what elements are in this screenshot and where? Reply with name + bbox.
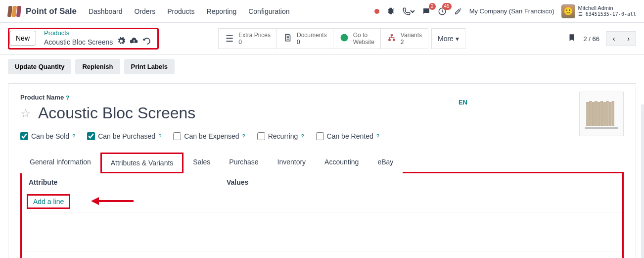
help-icon[interactable]: ? <box>66 95 69 101</box>
can-be-sold-checkbox[interactable]: Can be Sold? <box>20 132 75 140</box>
phone-icon[interactable] <box>402 7 415 16</box>
stat-value: 0 <box>238 39 271 46</box>
svg-rect-9 <box>598 102 600 126</box>
nav-menu: Dashboard Orders Products Reporting Conf… <box>89 7 290 15</box>
stat-extra-prices[interactable]: ☰ Extra Prices0 <box>218 28 277 50</box>
app-logo-icon[interactable] <box>8 6 21 17</box>
product-image[interactable] <box>579 92 624 136</box>
avatar: 🙂 <box>561 4 575 18</box>
db-name: 63451535-17-0-all <box>586 11 636 17</box>
col-values: Values <box>227 178 248 186</box>
tab-general-info[interactable]: General Information <box>20 153 100 173</box>
product-name-label: Product Name ? <box>20 94 624 101</box>
replenish-button[interactable]: Replenish <box>75 59 120 74</box>
can-be-expensed-checkbox[interactable]: Can be Expensed? <box>173 132 245 140</box>
table-row[interactable] <box>22 212 622 232</box>
table-row[interactable] <box>22 232 622 252</box>
database-icon: ☰ <box>578 11 586 17</box>
document-icon <box>283 33 293 45</box>
product-title[interactable]: Acoustic Bloc Screens <box>38 104 195 122</box>
company-switcher[interactable]: My Company (San Francisco) <box>469 7 554 15</box>
nav-reporting[interactable]: Reporting <box>207 7 237 15</box>
recording-dot-icon[interactable] <box>374 9 379 14</box>
annotation-arrow <box>91 197 134 205</box>
svg-rect-13 <box>609 102 611 126</box>
stat-value: 2 <box>401 39 422 46</box>
svg-rect-3 <box>388 39 391 41</box>
print-labels-button[interactable]: Print Labels <box>124 59 175 74</box>
scrollbar[interactable] <box>641 104 644 258</box>
help-icon[interactable]: ? <box>158 133 161 139</box>
svg-rect-5 <box>587 102 589 126</box>
stat-documents[interactable]: Documents0 <box>277 28 333 50</box>
activity-clock-icon[interactable]: 45 <box>438 7 447 16</box>
favorite-star-icon[interactable]: ☆ <box>20 106 31 120</box>
svg-rect-14 <box>612 101 614 125</box>
recurring-checkbox[interactable]: Recurring? <box>257 132 304 140</box>
svg-rect-4 <box>393 39 395 41</box>
form-sheet: Product Name ? ☆ Acoustic Bloc Screens E… <box>8 83 636 258</box>
more-button[interactable]: More ▾ <box>431 28 465 50</box>
stat-variants[interactable]: Variants2 <box>381 28 428 50</box>
new-button[interactable]: New <box>9 31 36 46</box>
can-be-purchased-checkbox[interactable]: Can be Purchased? <box>87 132 161 140</box>
stat-value: 0 <box>297 39 327 46</box>
tab-sales[interactable]: Sales <box>184 153 220 173</box>
update-quantity-button[interactable]: Update Quantity <box>8 59 71 74</box>
bookmark-icon[interactable] <box>567 33 576 45</box>
gear-icon[interactable] <box>117 37 126 47</box>
user-menu[interactable]: 🙂 Mitchell Admin ☰ 63451535-17-0-all <box>561 4 636 18</box>
product-options: Can be Sold? Can be Purchased? Can be Ex… <box>20 132 624 140</box>
stat-label: Website <box>353 39 374 46</box>
undo-icon[interactable] <box>142 37 151 47</box>
body-area: Update Quantity Replenish Print Labels P… <box>0 55 644 258</box>
svg-rect-12 <box>606 101 609 125</box>
svg-rect-6 <box>589 101 592 125</box>
more-label: More <box>438 35 454 43</box>
breadcrumb-highlight: New Products Acoustic Bloc Screens <box>8 28 159 50</box>
svg-rect-11 <box>603 102 606 126</box>
user-text: Mitchell Admin ☰ 63451535-17-0-all <box>578 5 636 17</box>
nav-orders[interactable]: Orders <box>134 7 155 15</box>
chat-icon[interactable]: 2 <box>422 7 431 16</box>
top-nav: Point of Sale Dashboard Orders Products … <box>0 0 644 23</box>
help-icon[interactable]: ? <box>242 133 245 139</box>
stat-goto-website[interactable]: Go toWebsite <box>333 28 381 50</box>
help-icon[interactable]: ? <box>301 133 304 139</box>
tools-icon[interactable] <box>454 7 462 16</box>
tab-inventory[interactable]: Inventory <box>268 153 316 173</box>
svg-rect-7 <box>592 102 595 126</box>
language-badge[interactable]: EN <box>459 99 467 106</box>
can-be-rented-checkbox[interactable]: Can be Rented? <box>316 132 379 140</box>
table-row[interactable] <box>22 252 622 258</box>
stat-label: Documents <box>297 32 327 39</box>
help-icon[interactable]: ? <box>72 133 75 139</box>
breadcrumb-current: Acoustic Bloc Screens <box>44 38 113 46</box>
pager-text[interactable]: 2 / 66 <box>583 35 599 43</box>
tab-accounting[interactable]: Accounting <box>315 153 368 173</box>
bug-icon[interactable] <box>386 7 395 16</box>
nav-dashboard[interactable]: Dashboard <box>89 7 123 15</box>
nav-configuration[interactable]: Configuration <box>248 7 289 15</box>
caret-down-icon: ▾ <box>456 35 459 43</box>
breadcrumb: Products Acoustic Bloc Screens <box>40 29 155 47</box>
app-name[interactable]: Point of Sale <box>26 6 77 16</box>
tab-attributes-variants[interactable]: Attributes & Variants <box>100 153 184 173</box>
add-a-line-button[interactable]: Add a line <box>27 194 70 209</box>
tab-purchase[interactable]: Purchase <box>220 153 268 173</box>
sitemap-icon <box>387 33 397 45</box>
activity-badge: 45 <box>442 3 452 10</box>
svg-rect-2 <box>391 34 393 36</box>
pager-next[interactable]: › <box>621 31 636 46</box>
nav-products[interactable]: Products <box>167 7 194 15</box>
help-icon[interactable]: ? <box>376 133 379 139</box>
cloud-upload-icon[interactable] <box>130 37 138 47</box>
user-name: Mitchell Admin <box>578 5 636 11</box>
tab-ebay[interactable]: eBay <box>368 153 403 173</box>
variants-table-highlight: Attribute Values Add a line <box>20 172 624 258</box>
svg-rect-10 <box>600 101 603 125</box>
pager-prev[interactable]: ‹ <box>606 31 621 46</box>
pager-buttons: ‹ › <box>606 31 636 46</box>
svg-point-1 <box>340 34 348 41</box>
breadcrumb-parent[interactable]: Products <box>44 29 151 37</box>
